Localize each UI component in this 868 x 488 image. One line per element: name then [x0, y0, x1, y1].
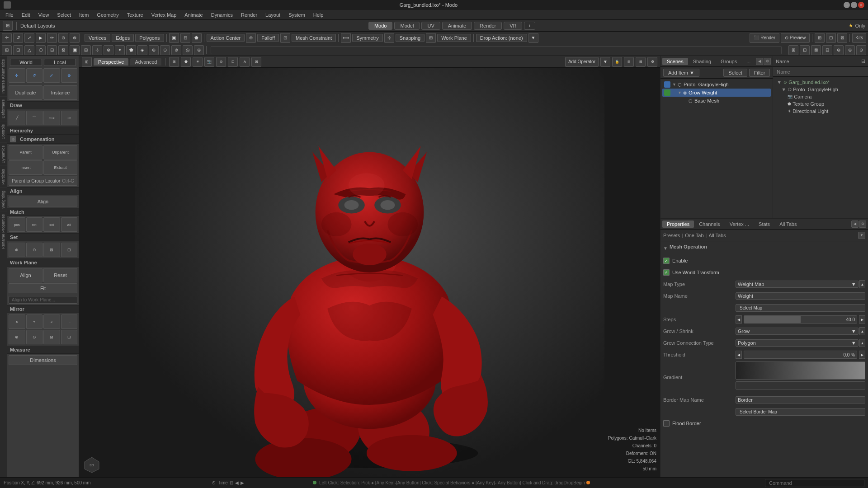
- duplicate-btn[interactable]: Duplicate: [9, 85, 42, 100]
- vp-settings-btn[interactable]: ⚙: [647, 57, 657, 67]
- tb2-right5[interactable]: ⊛: [834, 45, 844, 55]
- threshold-increment[interactable]: ▶: [859, 351, 865, 359]
- tab-animate[interactable]: Animate: [442, 22, 472, 30]
- tb2-btn16[interactable]: ⊚: [171, 45, 181, 55]
- scale-tool[interactable]: ⤢: [43, 68, 60, 83]
- mesh-constraint-btn[interactable]: ⊡: [280, 33, 290, 43]
- layout-icon-btn[interactable]: ⊞: [3, 21, 13, 31]
- menu-system[interactable]: System: [285, 11, 309, 19]
- weight-tool-btn[interactable]: ⊗: [70, 33, 80, 43]
- tb2-btn4[interactable]: ⬡: [36, 45, 46, 55]
- tb2-viewport-btn[interactable]: ⊞: [2, 45, 12, 55]
- match-scale-btn[interactable]: scl: [43, 217, 60, 232]
- menu-help[interactable]: Help: [310, 11, 327, 19]
- menu-edit[interactable]: Edit: [18, 11, 34, 19]
- tab-add-button[interactable]: +: [524, 22, 535, 30]
- tb2-btn2[interactable]: ⊡: [13, 45, 23, 55]
- vp-icon-btn[interactable]: ⊞: [82, 57, 92, 67]
- side-tab-rename[interactable]: Rename Properties: [0, 211, 7, 252]
- view-mode-btn3[interactable]: ⊠: [837, 33, 847, 43]
- panel-expand-btn[interactable]: ◀: [756, 58, 763, 65]
- command-input[interactable]: [765, 479, 864, 487]
- vertices-btn[interactable]: Vertices: [85, 34, 110, 42]
- match-pos-btn[interactable]: pos: [9, 217, 25, 232]
- map-type-up[interactable]: ▲: [859, 280, 865, 288]
- local-dropdown[interactable]: Local: [44, 59, 76, 66]
- world-transform-checkbox[interactable]: ✓: [663, 269, 670, 276]
- tab-stats[interactable]: Stats: [754, 221, 774, 228]
- steps-slider[interactable]: 40.0: [744, 315, 857, 324]
- mirror-z-btn[interactable]: Z: [43, 314, 60, 329]
- tab-shading[interactable]: Shading: [689, 58, 716, 65]
- add-operator-btn[interactable]: Add Operator: [565, 57, 599, 67]
- vp-shading-btn[interactable]: ⬟: [181, 57, 191, 67]
- compensation-icon[interactable]: ⊙: [10, 136, 16, 142]
- instance-btn[interactable]: Instance: [43, 85, 77, 100]
- select-map-btn[interactable]: Select Map: [736, 304, 865, 312]
- vp-ops-dropdown[interactable]: ▼: [600, 57, 610, 67]
- threshold-decrement[interactable]: ◀: [736, 351, 742, 359]
- vp-light-btn[interactable]: ☀: [193, 57, 203, 67]
- mesh-constraint-label[interactable]: Mesh Constraint: [292, 34, 336, 42]
- draw-tool1[interactable]: ╱: [9, 111, 25, 125]
- menu-geometry[interactable]: Geometry: [93, 11, 122, 19]
- name-item-texture[interactable]: ⬟ Texture Group: [775, 100, 866, 108]
- tb2-btn12[interactable]: ⬟: [126, 45, 136, 55]
- falloff-btn[interactable]: ⊕: [246, 33, 256, 43]
- eye-icon-grow[interactable]: [664, 89, 670, 96]
- tb2-right7[interactable]: ⊙: [856, 45, 866, 55]
- match-rot-btn[interactable]: rot: [26, 217, 43, 232]
- world-dropdown[interactable]: World: [10, 59, 42, 66]
- mirror-tool3[interactable]: ⊠: [43, 330, 60, 344]
- wp-fit-btn[interactable]: Fit: [9, 283, 77, 293]
- tree-item-base[interactable]: ⬡ Base Mesh: [662, 97, 771, 105]
- falloff-label[interactable]: Falloff: [257, 34, 279, 42]
- tb2-btn7[interactable]: ▣: [70, 45, 80, 55]
- vp-tab-perspective[interactable]: Perspective: [94, 58, 128, 66]
- grow-shrink-up[interactable]: ▲: [859, 327, 865, 335]
- tab-vr[interactable]: VR: [504, 22, 522, 30]
- menu-file[interactable]: File: [2, 11, 17, 19]
- rotate-tool[interactable]: ↺: [26, 68, 43, 83]
- tb2-btn5[interactable]: ⊟: [47, 45, 57, 55]
- tab-model[interactable]: Model: [394, 22, 420, 30]
- flood-border-checkbox[interactable]: [663, 420, 670, 427]
- menu-vertex-map[interactable]: Vertex Map: [148, 11, 180, 19]
- menu-select[interactable]: Select: [53, 11, 75, 19]
- tree-item-grow[interactable]: ▼ ⊗ Grow Weight: [662, 89, 771, 97]
- mirror-tool4[interactable]: ⊡: [61, 330, 78, 344]
- tb2-btn14[interactable]: ⊕: [149, 45, 159, 55]
- vp-lock-btn[interactable]: 🔒: [612, 57, 622, 67]
- close-button[interactable]: ✕: [858, 2, 864, 8]
- select-btn[interactable]: Select: [723, 69, 747, 77]
- tab-render[interactable]: Render: [474, 22, 502, 30]
- mirror-x-btn[interactable]: X: [9, 314, 25, 329]
- side-tab-deformers[interactable]: Deformers: [0, 96, 7, 121]
- draw-tool4[interactable]: ⊸: [61, 111, 78, 125]
- tb2-right1[interactable]: ⊞: [788, 45, 798, 55]
- vp-tab-advanced[interactable]: Advanced: [130, 58, 161, 66]
- playback-btn2[interactable]: ◀: [235, 480, 239, 485]
- work-plane-label[interactable]: Work Plane: [437, 34, 471, 42]
- drop-action-arrow[interactable]: ▼: [528, 33, 538, 43]
- poly-mode-btn3[interactable]: ⬟: [192, 33, 202, 43]
- gradient-color-swatch[interactable]: [736, 381, 865, 389]
- threshold-slider[interactable]: 0.0 %: [744, 351, 857, 359]
- symmetry-label[interactable]: Symmetry: [352, 34, 383, 42]
- poly-mode-btn2[interactable]: ⊟: [180, 33, 190, 43]
- render-btn[interactable]: ⬛ Render: [750, 33, 779, 43]
- tb2-btn13[interactable]: ◈: [137, 45, 147, 55]
- tab-all-tabs[interactable]: All Tabs: [775, 221, 801, 228]
- work-plane-btn[interactable]: ⊞: [426, 33, 436, 43]
- eye-icon-proto[interactable]: [664, 81, 670, 88]
- props-presets-expand[interactable]: ▼: [858, 232, 865, 239]
- insert-btn[interactable]: Insert: [9, 160, 42, 175]
- menu-animate[interactable]: Animate: [181, 11, 206, 19]
- tab-properties[interactable]: Properties: [662, 221, 694, 228]
- view-mode-btn2[interactable]: ⊡: [826, 33, 836, 43]
- select-tool-btn[interactable]: ▶: [36, 33, 46, 43]
- tb2-btn10[interactable]: ⊗: [104, 45, 113, 55]
- side-tab-inverse[interactable]: Inverse Kinematics: [0, 56, 7, 96]
- sculpt-tool-btn[interactable]: ⊙: [58, 33, 68, 43]
- menu-layout[interactable]: Layout: [262, 11, 284, 19]
